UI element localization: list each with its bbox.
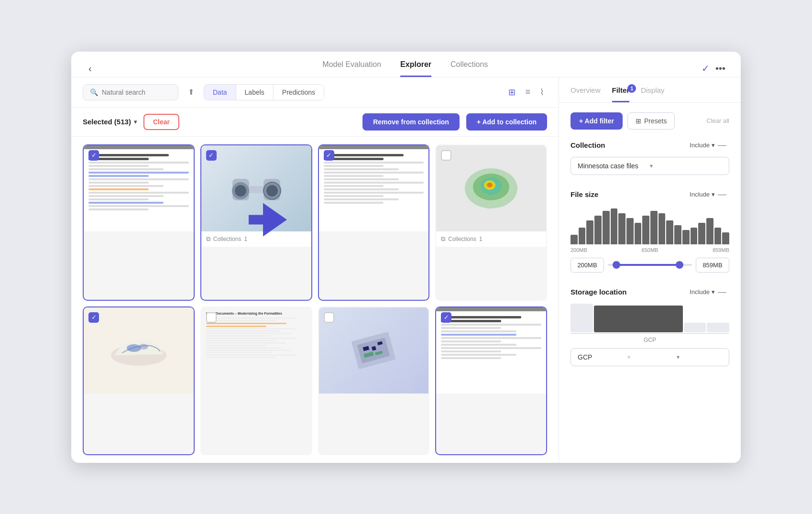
tab-overview[interactable]: Overview — [571, 86, 601, 102]
filter-actions: + Add filter ⊞ Presets Clear all — [571, 112, 729, 130]
remove-filter-storage[interactable]: — — [715, 286, 729, 298]
toolbar: 🔍 ⬆ Data Labels Predictions — [71, 77, 559, 108]
slider-thumb-right[interactable] — [676, 261, 683, 269]
right-panel: Overview Filter 1 Display + Add filter — [559, 77, 741, 463]
filter-tab-predictions[interactable]: Predictions — [274, 85, 324, 100]
histogram-bar — [586, 220, 593, 244]
card-checkbox[interactable] — [324, 312, 334, 323]
card-checkbox[interactable]: ✓ — [88, 312, 99, 323]
tab-filter[interactable]: Filter 1 — [612, 86, 630, 102]
list-item[interactable] — [318, 306, 430, 455]
remove-filter-filesize[interactable]: — — [715, 188, 729, 200]
left-panel: 🔍 ⬆ Data Labels Predictions — [71, 77, 559, 463]
list-item[interactable]: ✓ — [200, 144, 312, 301]
presets-button[interactable]: ⊞ Presets — [627, 112, 675, 130]
filter-title: Storage location — [571, 288, 690, 296]
chevron-down-icon: ▾ — [134, 119, 137, 125]
histogram-bar — [635, 223, 642, 244]
histogram-bar — [682, 230, 690, 244]
card-checkbox[interactable]: ✓ — [441, 312, 451, 323]
card-image — [84, 307, 194, 394]
include-dropdown-storage[interactable]: Include ▾ — [690, 288, 715, 295]
include-dropdown-collection[interactable]: Include ▾ — [690, 142, 715, 149]
slider-track[interactable] — [608, 264, 692, 266]
card-checkbox[interactable]: ✓ — [206, 150, 217, 161]
selected-count: Selected (513) ▾ — [83, 118, 137, 126]
upload-button[interactable]: ⬆ — [184, 86, 198, 98]
histogram-bar — [571, 235, 578, 244]
search-input[interactable] — [102, 88, 159, 96]
svg-rect-3 — [249, 186, 264, 193]
histogram — [571, 206, 729, 244]
file-size-filter: File size Include ▾ — 200MB 650MB 859MB — [571, 188, 729, 273]
list-item[interactable]: ✓ — [318, 144, 430, 301]
filter-tab-data[interactable]: Data — [204, 85, 236, 100]
histogram-bar — [658, 213, 666, 244]
app-window: ‹ Model Evaluation Explorer Collections … — [71, 52, 741, 463]
collection-dropdown[interactable]: Minnesota case files ▾ — [571, 157, 729, 175]
svg-point-7 — [266, 185, 278, 197]
filter-section-header: File size Include ▾ — — [571, 188, 729, 200]
card-image — [84, 145, 194, 231]
range-slider — [571, 258, 729, 273]
list-item[interactable]: Legal Documents – Modernizing the Formal… — [200, 306, 312, 455]
tab-model-evaluation[interactable]: Model Evaluation — [322, 60, 381, 77]
list-item[interactable]: ✓ — [83, 144, 195, 301]
back-button[interactable]: ‹ — [87, 61, 94, 76]
include-dropdown-filesize[interactable]: Include ▾ — [690, 191, 715, 198]
card-image: Legal Documents – Modernizing the Formal… — [201, 307, 311, 394]
card-image — [436, 307, 546, 394]
card-checkbox[interactable] — [441, 150, 451, 161]
tab-collections[interactable]: Collections — [450, 60, 488, 77]
chevron-down-icon: ▾ — [712, 191, 715, 198]
svg-point-15 — [139, 344, 148, 350]
filter-title: File size — [571, 190, 690, 198]
list-item[interactable]: ✓ — [83, 306, 195, 455]
gcp-tag[interactable]: GCP × ▾ — [571, 348, 729, 366]
collection-filter: Collection Include ▾ — Minnesota case fi… — [571, 139, 729, 175]
chevron-down-icon: ▾ — [677, 354, 722, 361]
card-image — [201, 145, 311, 231]
nav-tabs: Model Evaluation Explorer Collections — [109, 60, 702, 77]
range-max-input[interactable] — [696, 258, 729, 273]
add-filter-button[interactable]: + Add filter — [571, 112, 623, 130]
clear-button[interactable]: Clear — [143, 114, 179, 130]
storage-bar-label: GCP — [571, 337, 729, 343]
slider-fill — [616, 264, 680, 266]
range-min-input[interactable] — [571, 258, 604, 273]
list-item[interactable]: ✓ — [435, 306, 547, 455]
card-footer: ⧉ Collections 1 — [436, 231, 546, 247]
search-box: 🔍 — [83, 84, 178, 100]
nav-actions: ✓ ••• — [702, 63, 725, 74]
tag-close-button[interactable]: × — [627, 353, 672, 361]
histogram-bar — [626, 218, 634, 244]
image-grid: ✓ — [71, 137, 559, 463]
svg-point-14 — [127, 344, 141, 352]
list-item[interactable]: ⧉ Collections 1 — [435, 144, 547, 301]
filter-tab-labels[interactable]: Labels — [236, 85, 274, 100]
more-options-button[interactable]: ••• — [715, 63, 725, 74]
slider-thumb-left[interactable] — [613, 261, 620, 269]
grid-view-button[interactable]: ⊞ — [505, 85, 518, 99]
remove-from-collection-button[interactable]: Remove from collection — [362, 113, 460, 131]
confirm-button[interactable]: ✓ — [702, 63, 710, 74]
card-checkbox[interactable]: ✓ — [324, 150, 334, 161]
remove-filter-collection[interactable]: — — [715, 139, 729, 151]
histogram-bar — [594, 216, 602, 244]
clear-all-button[interactable]: Clear all — [706, 117, 729, 124]
histogram-bar — [691, 228, 698, 244]
svg-point-6 — [235, 185, 246, 197]
list-view-button[interactable]: ≡ — [522, 85, 533, 99]
chevron-down-icon: ▾ — [650, 163, 722, 169]
chart-view-button[interactable]: ⌇ — [537, 85, 547, 99]
card-checkbox[interactable] — [206, 312, 217, 323]
histogram-bar — [611, 208, 618, 244]
card-image — [436, 145, 546, 231]
card-checkbox[interactable]: ✓ — [88, 150, 99, 161]
tab-display[interactable]: Display — [641, 86, 664, 102]
tab-explorer[interactable]: Explorer — [400, 60, 431, 77]
histogram-bar — [714, 228, 722, 244]
add-to-collection-button[interactable]: + Add to collection — [466, 113, 547, 131]
storage-chart — [571, 304, 729, 334]
chevron-down-icon: ▾ — [712, 288, 715, 295]
